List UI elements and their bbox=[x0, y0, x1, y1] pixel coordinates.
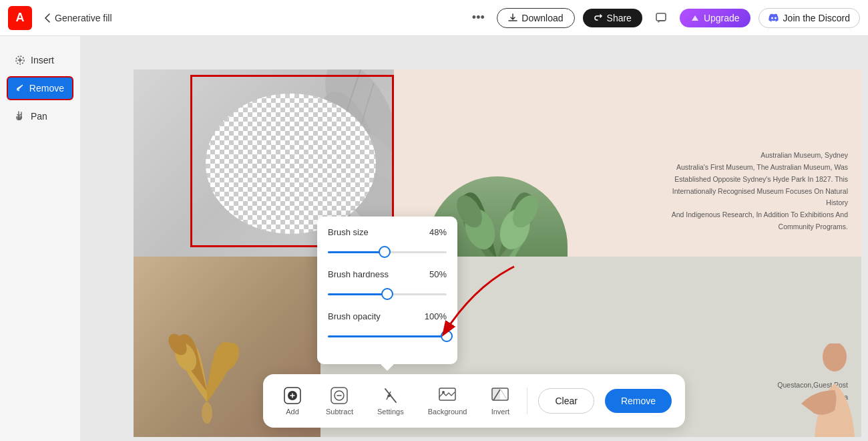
remove-tool[interactable]: Remove bbox=[7, 76, 73, 100]
page-title: Generative fill bbox=[55, 13, 112, 23]
remove-action-button[interactable]: Remove bbox=[605, 389, 672, 413]
brush-size-value: 48% bbox=[429, 227, 447, 237]
adobe-logo[interactable]: A bbox=[8, 6, 32, 30]
invert-tool-button[interactable]: Invert bbox=[484, 382, 516, 420]
background-icon bbox=[438, 386, 457, 405]
feedback-button[interactable] bbox=[650, 7, 672, 29]
subtract-tool-button[interactable]: Subtract bbox=[319, 382, 360, 420]
feedback-icon bbox=[655, 12, 667, 24]
main-area: Insert Remove Pan bbox=[0, 36, 868, 441]
clear-button[interactable]: Clear bbox=[538, 388, 594, 414]
brush-hardness-slider[interactable] bbox=[328, 285, 447, 303]
person-svg bbox=[781, 343, 861, 437]
discord-icon bbox=[769, 13, 779, 23]
brush-opacity-slider[interactable] bbox=[328, 327, 447, 345]
transparent-blob bbox=[206, 94, 376, 234]
settings-tool-button[interactable]: Settings bbox=[371, 382, 411, 420]
share-icon bbox=[594, 13, 603, 23]
insert-tool[interactable]: Insert bbox=[7, 49, 73, 71]
svg-point-2 bbox=[17, 89, 19, 91]
add-icon bbox=[283, 386, 302, 405]
settings-icon bbox=[381, 386, 400, 405]
invert-tool-label: Invert bbox=[491, 408, 510, 416]
brush-size-row: Brush size 48% bbox=[328, 227, 447, 237]
add-tool-button[interactable]: Add bbox=[276, 382, 308, 420]
back-button[interactable]: Generative fill bbox=[40, 10, 116, 26]
brush-size-fill bbox=[328, 251, 385, 253]
brush-settings-popup: Brush size 48% Brush hardness 50% bbox=[317, 216, 457, 364]
background-tool-button[interactable]: Background bbox=[421, 382, 474, 420]
brush-opacity-thumb[interactable] bbox=[441, 330, 453, 342]
brush-opacity-track bbox=[328, 335, 447, 337]
brush-size-slider[interactable] bbox=[328, 243, 447, 261]
header: A Generative fill ••• Download Share Upg… bbox=[0, 0, 868, 36]
share-button[interactable]: Share bbox=[583, 9, 642, 27]
pan-tool[interactable]: Pan bbox=[7, 106, 73, 127]
brush-opacity-label: Brush opacity bbox=[328, 311, 381, 321]
person-silhouette bbox=[781, 343, 861, 437]
brush-size-track bbox=[328, 251, 447, 253]
brush-opacity-value: 100% bbox=[425, 311, 447, 321]
gold-plant-svg bbox=[154, 317, 260, 424]
brush-hardness-track bbox=[328, 293, 447, 295]
download-button[interactable]: Download bbox=[497, 8, 574, 28]
brush-opacity-fill bbox=[328, 335, 447, 337]
back-icon bbox=[44, 13, 51, 23]
subtract-icon bbox=[330, 386, 349, 405]
insert-icon bbox=[15, 55, 25, 65]
svg-point-25 bbox=[442, 391, 445, 394]
download-icon bbox=[508, 13, 517, 23]
brush-icon bbox=[16, 83, 24, 94]
pan-icon bbox=[15, 111, 25, 122]
brush-hardness-thumb[interactable] bbox=[381, 288, 393, 300]
brush-size-label: Brush size bbox=[328, 227, 369, 237]
more-button[interactable]: ••• bbox=[467, 7, 489, 29]
brush-hardness-label: Brush hardness bbox=[328, 269, 389, 279]
discord-button[interactable]: Join the Discord bbox=[758, 8, 860, 28]
svg-rect-0 bbox=[656, 13, 666, 21]
brush-hardness-row: Brush hardness 50% bbox=[328, 269, 447, 279]
bottom-toolbar: Add Subtract bbox=[263, 374, 685, 428]
svg-point-17 bbox=[823, 343, 847, 372]
canvas-area[interactable]: Australian Museum, Sydney Australia's Fi… bbox=[80, 36, 868, 441]
toolbar-divider bbox=[527, 388, 527, 414]
brush-size-thumb[interactable] bbox=[379, 246, 391, 258]
svg-point-13 bbox=[202, 402, 212, 424]
brush-opacity-row: Brush opacity 100% bbox=[328, 311, 447, 321]
invert-icon bbox=[491, 386, 509, 405]
upgrade-icon bbox=[690, 13, 700, 23]
museum-text: Australian Museum, Sydney Australia's Fi… bbox=[654, 150, 848, 233]
subtract-tool-label: Subtract bbox=[326, 408, 353, 416]
add-tool-label: Add bbox=[286, 408, 299, 416]
popup-arrow bbox=[381, 364, 394, 371]
background-tool-label: Background bbox=[428, 408, 467, 416]
settings-tool-label: Settings bbox=[377, 408, 404, 416]
upgrade-button[interactable]: Upgrade bbox=[680, 9, 750, 27]
svg-rect-27 bbox=[492, 388, 500, 400]
left-toolbar: Insert Remove Pan bbox=[0, 36, 80, 441]
brush-hardness-value: 50% bbox=[429, 269, 447, 279]
brush-hardness-fill bbox=[328, 293, 387, 295]
